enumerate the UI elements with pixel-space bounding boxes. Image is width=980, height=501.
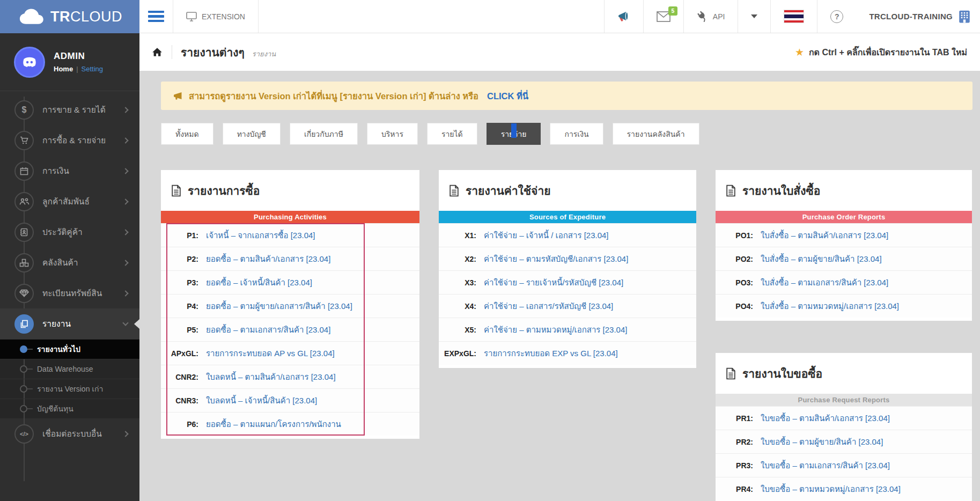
calendar-icon [14, 161, 34, 181]
card-title: รายงานการซื้อ [161, 170, 419, 211]
card-title: รายงานใบขอซื้อ [716, 353, 972, 394]
chevron-right-icon [122, 168, 128, 174]
extension-button[interactable]: EXTENSION [173, 0, 258, 33]
brand-logo[interactable]: TRCLOUD [0, 0, 139, 33]
report-link[interactable]: ใบสั่งซื้อ – ตามสินค้า/เอกสาร [23.04] [761, 229, 888, 242]
code-icon: </> [14, 424, 34, 444]
chevron-right-icon [122, 107, 128, 113]
report-link[interactable]: ยอดซื้อ – เจ้าหนี้/สินค้า [23.04] [206, 276, 312, 289]
page-subtitle: รายงาน [252, 48, 276, 60]
document-icon [171, 185, 182, 197]
report-link[interactable]: ใบขอซื้อ – ตามเอกสาร/สินค้า [23.04] [761, 459, 890, 472]
report-link[interactable]: ใบขอซื้อ – ตามผู้ขาย/สินค้า [23.04] [761, 436, 883, 448]
submenu-item[interactable]: รายงาน Version เก่า [0, 379, 139, 399]
report-code: P5: [161, 326, 198, 334]
filter-button[interactable]: ทั้งหมด [161, 123, 213, 145]
filter-button[interactable]: เกี่ยวกับภาษี [290, 123, 358, 145]
sidebar-item-address-book[interactable]: ประวัติคู่ค้า [0, 217, 139, 247]
report-row: PO2:ใบสั่งซื้อ – ตามผู้ขาย/สินค้า [23.04… [716, 247, 972, 270]
report-code: P3: [161, 278, 198, 287]
thai-flag-icon [784, 10, 804, 23]
avatar[interactable] [14, 47, 45, 78]
api-label: API [713, 12, 725, 21]
report-link[interactable]: ใบขอซื้อ – ตามหมวดหมู่/เอกสาร [23.04] [761, 483, 901, 496]
report-row: X4:ค่าใช้จ่าย – เอกสาร/รหัสบัญชี [23.04] [439, 294, 696, 318]
sidebar-item-code[interactable]: </>เชื่อมต่อระบบอื่น [0, 418, 139, 449]
filter-button[interactable]: ทางบัญชี [223, 123, 281, 145]
report-row: CNR2:ใบลดหนี้ – ตามสินค้า/เอกสาร [23.04] [161, 365, 419, 388]
report-link[interactable]: ใบสั่งซื้อ – ตามหมวดหมู่/เอกสาร [23.04] [761, 300, 899, 313]
report-link[interactable]: ยอดซื้อ – ตามเอกสาร/สินค้า [23.04] [206, 323, 330, 336]
sidebar-item-dollar[interactable]: $การขาย & รายได้ [0, 94, 139, 125]
filter-button[interactable]: รายงานคลังสินค้า [613, 123, 699, 145]
topbar: EXTENSION 5 [139, 0, 980, 33]
report-code: PR1: [716, 414, 753, 423]
language-flag-button[interactable] [771, 0, 817, 33]
report-code: PO3: [716, 278, 753, 287]
report-link[interactable]: ค่าใช้จ่าย – ตามหมวดหมู่/เอกสาร [23.04] [484, 323, 627, 336]
submenu-item[interactable]: Data Warehouse [0, 359, 139, 379]
plug-icon [695, 9, 711, 25]
notice-click-link[interactable]: CLICK ที่นี่ [487, 89, 528, 103]
monitor-icon [186, 12, 197, 21]
report-link[interactable]: ใบลดหนี้ – ตามสินค้า/เอกสาร [23.04] [206, 371, 336, 384]
report-link[interactable]: ยอดซื้อ – ตามสินค้า/เอกสาร [23.04] [206, 253, 330, 266]
report-code: APxGL: [161, 349, 198, 358]
sidebar: TRCLOUD ADMIN Home|Setting $การขาย & ราย… [0, 0, 139, 501]
chevron-right-icon [122, 431, 128, 437]
report-link[interactable]: ใบสั่งซื้อ – ตามผู้ขาย/สินค้า [23.04] [761, 253, 882, 266]
gem-icon [14, 284, 34, 303]
submenu-item[interactable]: รายงานทั่วไป [0, 339, 139, 359]
report-link[interactable]: ค่าใช้จ่าย – เจ้าหนี้ / เอกสาร [23.04] [484, 229, 609, 242]
report-link[interactable]: ยอดซื้อ – ตามแผนก/โครงการ/พนักงาน [206, 418, 341, 431]
report-row: PO4:ใบสั่งซื้อ – ตามหมวดหมู่/เอกสาร [23.… [716, 294, 972, 318]
chevron-right-icon [122, 137, 128, 143]
help-button[interactable]: ? [817, 0, 856, 33]
sidebar-item-cubes[interactable]: คลังสินค้า [0, 247, 139, 278]
dropdown-toggle[interactable] [738, 0, 770, 33]
sidebar-item-cart[interactable]: การซื้อ & รายจ่าย [0, 125, 139, 156]
announcements-button[interactable] [605, 0, 643, 33]
filter-button[interactable]: รายได้ [427, 123, 477, 145]
filter-button[interactable]: การเงิน [550, 123, 603, 145]
sidebar-item-copy[interactable]: รายงาน [0, 308, 139, 339]
report-row: X3:ค่าใช้จ่าย – รายเจ้าหนี้/รหัสบัญชี [2… [439, 270, 696, 294]
report-code: PR3: [716, 461, 753, 470]
inbox-button[interactable]: 5 [644, 0, 683, 33]
sidebar-item-users[interactable]: ลูกค้าสัมพันธ์ [0, 186, 139, 217]
report-row: X1:ค่าใช้จ่าย – เจ้าหนี้ / เอกสาร [23.04… [439, 223, 696, 247]
submenu-item[interactable]: บัญชีต้นทุน [0, 399, 139, 418]
report-link[interactable]: ใบขอซื้อ – ตามสินค้า/เอกสาร [23.04] [761, 412, 890, 425]
report-link[interactable]: ใบลดหนี้ – เจ้าหนี้/สินค้า [23.04] [206, 394, 317, 407]
chevron-right-icon [122, 198, 128, 204]
card-header: Sources of Expediture [439, 211, 696, 223]
sidebar-item-calendar[interactable]: การเงิน [0, 156, 139, 186]
report-link[interactable]: รายการกระทบยอด EXP vs GL [23.04] [484, 347, 618, 360]
setting-link[interactable]: Setting [82, 65, 103, 73]
card-title: รายงานใบสั่งซื้อ [716, 170, 972, 211]
chevron-down-icon [122, 320, 128, 326]
chevron-right-icon [122, 260, 128, 266]
home-link[interactable]: Home [54, 65, 73, 73]
report-link[interactable]: ใบสั่งซื้อ – ตามเอกสาร/สินค้า [23.04] [761, 276, 888, 289]
report-card: รายงานใบสั่งซื้อPurchase Order ReportsPO… [716, 170, 972, 321]
page-title: รายงานต่างๆ [181, 43, 245, 61]
report-row: PR4:ใบขอซื้อ – ตามหมวดหมู่/เอกสาร [23.04… [716, 477, 972, 500]
hamburger-menu-icon[interactable] [139, 0, 173, 33]
filter-button[interactable]: รายจ่าย [487, 123, 541, 145]
report-card: รายงานค่าใช้จ่ายSources of ExpeditureX1:… [439, 170, 696, 368]
card-title: รายงานค่าใช้จ่าย [439, 170, 696, 211]
report-link[interactable]: เจ้าหนี้ – จากเอกสารซื้อ [23.04] [206, 229, 315, 242]
filter-button[interactable]: บริหาร [367, 123, 418, 145]
report-link[interactable]: ค่าใช้จ่าย – รายเจ้าหนี้/รหัสบัญชี [23.0… [484, 276, 623, 289]
sidebar-item-gem[interactable]: ทะเบียนทรัพย์สิน [0, 278, 139, 308]
report-link[interactable]: ค่าใช้จ่าย – เอกสาร/รหัสบัญชี [23.04] [484, 300, 613, 313]
report-code: P1: [161, 231, 198, 240]
account-menu[interactable]: TRCLOUD-TRAINING [856, 0, 980, 33]
report-link[interactable]: ค่าใช้จ่าย – ตามรหัสบัญชี/เอกสาร [23.04] [484, 253, 628, 266]
report-code: X1: [439, 231, 476, 240]
api-button[interactable]: API [684, 0, 738, 33]
report-link[interactable]: รายการกระทบยอด AP vs GL [23.04] [206, 347, 335, 360]
home-icon[interactable] [151, 47, 163, 57]
report-link[interactable]: ยอดซื้อ – ตามผู้ขาย/เอกสาร/สินค้า [23.04… [206, 300, 352, 313]
